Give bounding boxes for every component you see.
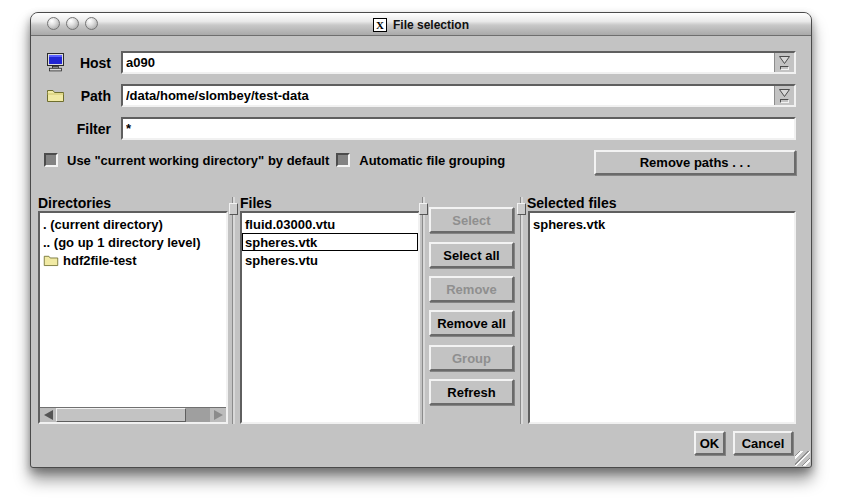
select-all-button[interactable]: Select all (429, 242, 514, 268)
chevron-down-icon (779, 56, 790, 64)
splitter-handle[interactable] (419, 203, 428, 215)
cancel-button[interactable]: Cancel (733, 431, 793, 455)
selected-files-label: Selected files (527, 195, 617, 211)
directories-label: Directories (38, 195, 111, 211)
auto-grouping-checkbox[interactable] (336, 153, 350, 167)
list-item[interactable]: hdf2file-test (40, 251, 226, 269)
chevron-down-icon (779, 89, 790, 97)
computer-icon (46, 53, 67, 72)
remove-button[interactable]: Remove (429, 276, 514, 302)
arrow-right-icon (214, 410, 223, 420)
path-input[interactable] (123, 86, 774, 105)
path-field-frame (121, 84, 796, 107)
ok-button[interactable]: OK (694, 431, 725, 455)
window-title-area: X File selection (31, 13, 811, 36)
refresh-button[interactable]: Refresh (429, 379, 514, 405)
splitter[interactable] (520, 197, 523, 424)
files-list: fluid.03000.vtu spheres.vtk spheres.vtu (240, 211, 420, 424)
remove-all-button[interactable]: Remove all (429, 310, 514, 336)
options-row: Use "current working directory" by defau… (44, 151, 505, 169)
host-field-frame (121, 51, 796, 74)
scroll-left-button[interactable] (40, 408, 56, 422)
x11-icon: X (373, 18, 387, 32)
splitter-handle[interactable] (517, 203, 526, 215)
path-row: Path (46, 84, 796, 107)
use-cwd-label: Use "current working directory" by defau… (67, 153, 329, 168)
filter-field-frame (121, 117, 796, 140)
host-dropdown-button[interactable] (774, 53, 794, 72)
host-label: Host (71, 55, 121, 71)
scrollbar-thumb[interactable] (56, 408, 186, 422)
list-item[interactable]: .. (go up 1 directory level) (40, 233, 226, 251)
list-item[interactable]: spheres.vtk (530, 215, 794, 233)
window-title: File selection (393, 18, 469, 32)
splitter[interactable] (422, 197, 425, 424)
directories-list: . (current directory) .. (go up 1 direct… (38, 211, 228, 424)
folder-icon (46, 86, 67, 105)
selected-files-list: spheres.vtk (528, 211, 796, 424)
scrollbar-track[interactable] (186, 408, 210, 422)
file-selection-dialog: X File selection Host (30, 12, 812, 468)
scroll-right-button[interactable] (210, 408, 226, 422)
group-button[interactable]: Group (429, 345, 514, 371)
horizontal-scrollbar[interactable] (40, 407, 226, 422)
splitter[interactable] (232, 197, 235, 424)
splitter-handle[interactable] (229, 203, 238, 215)
use-cwd-checkbox[interactable] (44, 153, 58, 167)
arrow-left-icon (44, 410, 53, 420)
list-item[interactable]: spheres.vtu (242, 251, 418, 269)
host-row: Host (46, 51, 796, 74)
titlebar[interactable]: X File selection (31, 13, 811, 36)
filter-label: Filter (71, 121, 121, 137)
files-label: Files (240, 195, 272, 211)
list-item-selected[interactable]: spheres.vtk (242, 233, 418, 251)
filter-row: Filter (46, 117, 796, 140)
path-dropdown-button[interactable] (774, 86, 794, 105)
remove-paths-button[interactable]: Remove paths . . . (594, 150, 796, 175)
list-item[interactable]: . (current directory) (40, 215, 226, 233)
resize-grip[interactable] (795, 451, 810, 466)
host-input[interactable] (123, 53, 774, 72)
auto-grouping-label: Automatic file grouping (359, 153, 505, 168)
folder-icon (43, 254, 59, 267)
filter-input[interactable] (123, 119, 794, 138)
list-item[interactable]: fluid.03000.vtu (242, 215, 418, 233)
select-button[interactable]: Select (429, 207, 514, 233)
path-label: Path (71, 88, 121, 104)
